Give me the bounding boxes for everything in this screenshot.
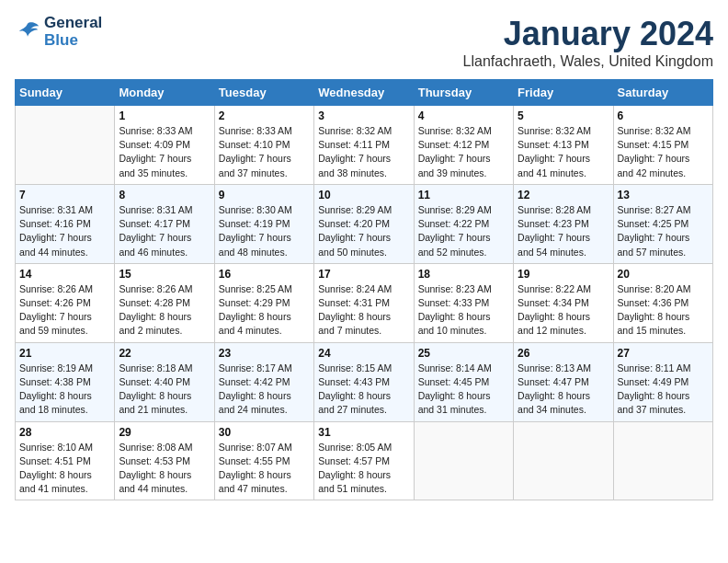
- day-info: Sunrise: 8:07 AMSunset: 4:55 PMDaylight:…: [219, 441, 310, 497]
- day-number: 26: [518, 347, 609, 360]
- column-header-saturday: Saturday: [613, 80, 712, 106]
- day-number: 11: [418, 189, 509, 201]
- calendar-week-row: 21Sunrise: 8:19 AMSunset: 4:38 PMDayligh…: [16, 342, 713, 421]
- day-number: 27: [618, 347, 709, 360]
- calendar-week-row: 1Sunrise: 8:33 AMSunset: 4:09 PMDaylight…: [16, 106, 713, 185]
- calendar-cell: 31Sunrise: 8:05 AMSunset: 4:57 PMDayligh…: [314, 421, 414, 500]
- calendar-cell: 2Sunrise: 8:33 AMSunset: 4:10 PMDaylight…: [214, 106, 313, 185]
- column-header-tuesday: Tuesday: [214, 80, 313, 106]
- calendar-cell: 10Sunrise: 8:29 AMSunset: 4:20 PMDayligh…: [314, 184, 414, 263]
- day-info: Sunrise: 8:11 AMSunset: 4:49 PMDaylight:…: [618, 362, 709, 418]
- calendar-cell: 23Sunrise: 8:17 AMSunset: 4:42 PMDayligh…: [214, 342, 313, 421]
- calendar-cell: 30Sunrise: 8:07 AMSunset: 4:55 PMDayligh…: [214, 421, 313, 500]
- day-info: Sunrise: 8:27 AMSunset: 4:25 PMDaylight:…: [618, 203, 709, 259]
- day-info: Sunrise: 8:23 AMSunset: 4:33 PMDaylight:…: [418, 282, 509, 339]
- day-number: 23: [219, 347, 310, 360]
- day-info: Sunrise: 8:22 AMSunset: 4:34 PMDaylight:…: [518, 282, 609, 339]
- day-info: Sunrise: 8:33 AMSunset: 4:10 PMDaylight:…: [219, 124, 310, 180]
- calendar-cell: 14Sunrise: 8:26 AMSunset: 4:26 PMDayligh…: [16, 263, 115, 342]
- calendar-cell: 8Sunrise: 8:31 AMSunset: 4:17 PMDaylight…: [115, 184, 214, 263]
- day-info: Sunrise: 8:25 AMSunset: 4:29 PMDaylight:…: [219, 282, 310, 339]
- calendar-cell: 6Sunrise: 8:32 AMSunset: 4:15 PMDaylight…: [613, 106, 712, 185]
- calendar-cell: 3Sunrise: 8:32 AMSunset: 4:11 PMDaylight…: [314, 106, 414, 185]
- calendar-cell: 11Sunrise: 8:29 AMSunset: 4:22 PMDayligh…: [414, 184, 513, 263]
- day-info: Sunrise: 8:18 AMSunset: 4:40 PMDaylight:…: [119, 362, 210, 418]
- day-number: 7: [19, 189, 110, 201]
- day-info: Sunrise: 8:31 AMSunset: 4:16 PMDaylight:…: [19, 203, 110, 259]
- day-info: Sunrise: 8:32 AMSunset: 4:13 PMDaylight:…: [518, 124, 609, 180]
- day-number: 31: [318, 426, 409, 439]
- calendar-cell: 27Sunrise: 8:11 AMSunset: 4:49 PMDayligh…: [613, 342, 712, 421]
- calendar-week-row: 28Sunrise: 8:10 AMSunset: 4:51 PMDayligh…: [16, 421, 713, 500]
- day-info: Sunrise: 8:28 AMSunset: 4:23 PMDaylight:…: [518, 203, 609, 259]
- calendar-cell: 9Sunrise: 8:30 AMSunset: 4:19 PMDaylight…: [214, 184, 313, 263]
- day-info: Sunrise: 8:31 AMSunset: 4:17 PMDaylight:…: [119, 203, 210, 259]
- column-header-sunday: Sunday: [16, 80, 115, 106]
- calendar-cell: 21Sunrise: 8:19 AMSunset: 4:38 PMDayligh…: [16, 342, 115, 421]
- logo: General Blue: [15, 15, 102, 49]
- day-number: 24: [318, 347, 409, 360]
- calendar-header-row: SundayMondayTuesdayWednesdayThursdayFrid…: [16, 80, 713, 106]
- day-info: Sunrise: 8:32 AMSunset: 4:15 PMDaylight:…: [618, 124, 709, 180]
- day-number: 17: [318, 268, 409, 281]
- calendar-cell: 25Sunrise: 8:14 AMSunset: 4:45 PMDayligh…: [414, 342, 513, 421]
- calendar-cell: 16Sunrise: 8:25 AMSunset: 4:29 PMDayligh…: [214, 263, 313, 342]
- day-info: Sunrise: 8:30 AMSunset: 4:19 PMDaylight:…: [219, 203, 310, 259]
- day-number: 28: [19, 426, 110, 439]
- day-number: 16: [219, 268, 310, 281]
- calendar-cell: 7Sunrise: 8:31 AMSunset: 4:16 PMDaylight…: [16, 184, 115, 263]
- day-number: 14: [19, 268, 110, 281]
- calendar-cell: 12Sunrise: 8:28 AMSunset: 4:23 PMDayligh…: [514, 184, 613, 263]
- day-info: Sunrise: 8:05 AMSunset: 4:57 PMDaylight:…: [318, 441, 409, 497]
- calendar-cell: 19Sunrise: 8:22 AMSunset: 4:34 PMDayligh…: [514, 263, 613, 342]
- day-number: 9: [219, 189, 310, 201]
- calendar-week-row: 7Sunrise: 8:31 AMSunset: 4:16 PMDaylight…: [16, 184, 713, 263]
- column-header-thursday: Thursday: [414, 80, 513, 106]
- day-number: 21: [19, 347, 110, 360]
- day-number: 19: [518, 268, 609, 281]
- day-number: 10: [318, 189, 409, 201]
- day-number: 1: [119, 109, 210, 122]
- day-number: 22: [119, 347, 210, 360]
- day-number: 4: [418, 109, 509, 122]
- title-area: January 2024 Llanfachraeth, Wales, Unite…: [463, 15, 713, 70]
- calendar-cell: 26Sunrise: 8:13 AMSunset: 4:47 PMDayligh…: [514, 342, 613, 421]
- day-info: Sunrise: 8:15 AMSunset: 4:43 PMDaylight:…: [318, 362, 409, 418]
- calendar-cell: 17Sunrise: 8:24 AMSunset: 4:31 PMDayligh…: [314, 263, 414, 342]
- day-number: 12: [518, 189, 609, 201]
- day-number: 13: [618, 189, 709, 201]
- day-info: Sunrise: 8:24 AMSunset: 4:31 PMDaylight:…: [318, 282, 409, 339]
- page-header: General Blue January 2024 Llanfachraeth,…: [15, 15, 713, 70]
- day-number: 15: [119, 268, 210, 281]
- day-info: Sunrise: 8:19 AMSunset: 4:38 PMDaylight:…: [19, 362, 110, 418]
- calendar-cell: 1Sunrise: 8:33 AMSunset: 4:09 PMDaylight…: [115, 106, 214, 185]
- calendar-table: SundayMondayTuesdayWednesdayThursdayFrid…: [15, 79, 713, 500]
- day-info: Sunrise: 8:26 AMSunset: 4:28 PMDaylight:…: [119, 282, 210, 339]
- day-number: 6: [618, 109, 709, 122]
- calendar-cell: 28Sunrise: 8:10 AMSunset: 4:51 PMDayligh…: [16, 421, 115, 500]
- day-number: 29: [119, 426, 210, 439]
- day-number: 5: [518, 109, 609, 122]
- day-number: 30: [219, 426, 310, 439]
- day-number: 18: [418, 268, 509, 281]
- calendar-cell: 20Sunrise: 8:20 AMSunset: 4:36 PMDayligh…: [613, 263, 712, 342]
- calendar-cell: 24Sunrise: 8:15 AMSunset: 4:43 PMDayligh…: [314, 342, 414, 421]
- day-info: Sunrise: 8:20 AMSunset: 4:36 PMDaylight:…: [618, 282, 709, 339]
- day-info: Sunrise: 8:29 AMSunset: 4:22 PMDaylight:…: [418, 203, 509, 259]
- day-info: Sunrise: 8:26 AMSunset: 4:26 PMDaylight:…: [19, 282, 110, 339]
- day-info: Sunrise: 8:33 AMSunset: 4:09 PMDaylight:…: [119, 124, 210, 180]
- calendar-cell: 18Sunrise: 8:23 AMSunset: 4:33 PMDayligh…: [414, 263, 513, 342]
- location-text: Llanfachraeth, Wales, United Kingdom: [463, 53, 713, 70]
- day-number: 8: [119, 189, 210, 201]
- day-info: Sunrise: 8:10 AMSunset: 4:51 PMDaylight:…: [19, 441, 110, 497]
- day-info: Sunrise: 8:29 AMSunset: 4:20 PMDaylight:…: [318, 203, 409, 259]
- day-number: 20: [618, 268, 709, 281]
- day-number: 2: [219, 109, 310, 122]
- calendar-cell: 4Sunrise: 8:32 AMSunset: 4:12 PMDaylight…: [414, 106, 513, 185]
- calendar-cell: [613, 421, 712, 500]
- column-header-wednesday: Wednesday: [314, 80, 414, 106]
- calendar-cell: 29Sunrise: 8:08 AMSunset: 4:53 PMDayligh…: [115, 421, 214, 500]
- day-number: 3: [318, 109, 409, 122]
- calendar-cell: 5Sunrise: 8:32 AMSunset: 4:13 PMDaylight…: [514, 106, 613, 185]
- day-info: Sunrise: 8:08 AMSunset: 4:53 PMDaylight:…: [119, 441, 210, 497]
